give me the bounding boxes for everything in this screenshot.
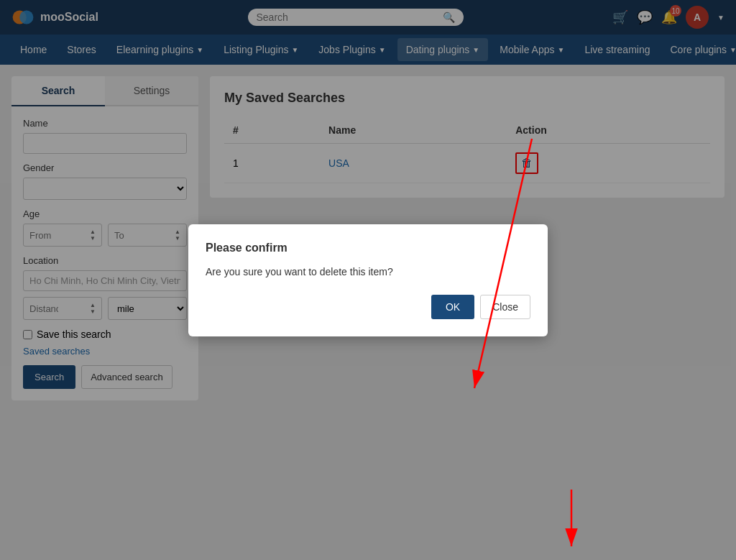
confirm-modal: Please confirm Are you sure you want to …: [188, 224, 548, 336]
ok-button[interactable]: OK: [431, 295, 474, 319]
close-button[interactable]: Close: [480, 295, 530, 319]
modal-body: Are you sure you want to delete this ite…: [206, 266, 530, 277]
modal-footer: OK Close: [206, 295, 530, 319]
modal-title: Please confirm: [206, 242, 530, 254]
